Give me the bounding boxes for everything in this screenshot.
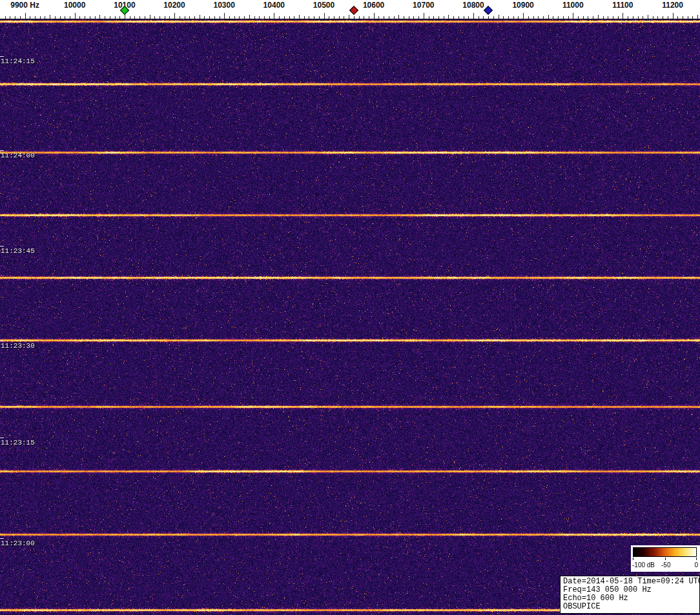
freq-tick <box>160 16 160 19</box>
freq-tick <box>618 16 619 19</box>
colorbar-label-min: -100 dB <box>632 561 655 569</box>
freq-tick <box>404 16 404 19</box>
freq-tick <box>99 15 100 19</box>
freq-tick <box>180 16 180 19</box>
freq-tick <box>418 16 419 19</box>
freq-tick <box>374 13 375 19</box>
freq-tick <box>105 16 105 19</box>
freq-axis-label: 11200 <box>662 1 683 10</box>
spectrogram-canvas[interactable] <box>0 19 700 615</box>
freq-tick <box>209 16 210 19</box>
freq-tick <box>588 16 588 19</box>
freq-tick <box>314 16 314 19</box>
freq-tick <box>558 16 559 19</box>
freq-tick <box>70 16 70 19</box>
freq-tick <box>224 13 225 19</box>
freq-tick <box>165 16 165 19</box>
freq-tick <box>623 13 623 19</box>
red-frequency-marker[interactable] <box>349 6 358 15</box>
freq-tick <box>60 16 61 19</box>
freq-axis-label: 10900 <box>512 1 533 10</box>
freq-tick <box>110 16 110 19</box>
freq-tick <box>663 16 663 19</box>
freq-axis-label: 10200 <box>163 1 185 10</box>
observation-info-panel: Date=2014-05-18 Time=09:24 UTC Freq=143 … <box>560 576 700 614</box>
freq-tick <box>513 16 514 19</box>
freq-tick <box>523 13 524 19</box>
time-axis-label: 11:24:00 <box>1 152 35 159</box>
freq-tick <box>154 16 155 19</box>
freq-tick <box>473 13 474 19</box>
freq-tick <box>409 16 409 19</box>
time-tick <box>0 246 4 247</box>
freq-tick <box>234 16 235 19</box>
freq-tick <box>214 16 215 19</box>
freq-tick <box>169 16 170 19</box>
freq-tick <box>339 16 340 19</box>
freq-tick <box>274 13 274 19</box>
freq-tick <box>40 16 41 19</box>
freq-tick <box>220 16 220 19</box>
freq-tick <box>633 16 633 19</box>
freq-tick <box>464 16 464 19</box>
freq-tick <box>643 16 643 19</box>
freq-tick <box>269 16 270 19</box>
freq-tick <box>568 16 569 19</box>
freq-tick <box>653 16 654 19</box>
freq-axis-label: 10300 <box>214 1 235 10</box>
colorbar-tick <box>633 558 633 560</box>
freq-tick <box>668 16 668 19</box>
freq-tick <box>249 15 250 19</box>
freq-tick <box>85 16 85 19</box>
freq-tick <box>294 16 294 19</box>
blue-frequency-marker[interactable] <box>484 6 493 15</box>
freq-tick <box>603 16 604 19</box>
freq-tick <box>364 16 364 19</box>
freq-tick <box>5 16 6 19</box>
freq-tick <box>378 16 379 19</box>
frequency-axis: 9900 Hz100001010010200103001040010500106… <box>0 0 700 19</box>
freq-tick <box>35 16 36 19</box>
freq-tick <box>254 16 255 19</box>
freq-tick <box>598 15 599 19</box>
freq-tick <box>657 16 658 19</box>
freq-tick <box>692 16 693 19</box>
time-axis-label: 11:23:15 <box>1 439 35 447</box>
freq-tick <box>438 16 439 19</box>
freq-tick <box>688 16 688 19</box>
freq-tick <box>508 16 509 19</box>
intensity-colorbar: -100 dB -50 0 <box>631 545 700 572</box>
freq-tick <box>448 15 449 19</box>
freq-tick <box>50 15 50 19</box>
freq-tick <box>493 16 494 19</box>
freq-tick <box>139 16 140 19</box>
freq-tick <box>194 16 195 19</box>
freq-tick <box>648 15 648 19</box>
freq-tick <box>55 16 56 19</box>
freq-tick <box>389 16 389 19</box>
colorbar-label-max: 0 <box>694 561 698 569</box>
time-tick <box>0 538 4 539</box>
freq-tick <box>697 15 698 19</box>
freq-tick <box>528 16 529 19</box>
freq-tick <box>10 16 10 19</box>
freq-tick <box>677 16 678 19</box>
freq-tick <box>304 16 305 19</box>
freq-tick <box>65 16 65 19</box>
freq-tick <box>15 16 15 19</box>
freq-tick <box>284 16 285 19</box>
freq-tick <box>75 13 76 19</box>
info-station-line: OBSUPICE <box>563 603 697 611</box>
meteor-waterfall-app: 9900 Hz100001010010200103001040010500106… <box>0 0 700 615</box>
freq-tick <box>185 16 185 19</box>
freq-tick <box>239 16 240 19</box>
freq-axis-label: 10000 <box>64 1 85 10</box>
freq-axis-label: 10500 <box>313 1 335 10</box>
freq-tick <box>130 16 130 19</box>
time-tick <box>0 341 4 341</box>
time-tick <box>0 150 4 151</box>
freq-tick <box>488 16 489 19</box>
time-tick <box>0 56 4 57</box>
freq-tick <box>593 16 593 19</box>
freq-tick <box>429 16 429 19</box>
